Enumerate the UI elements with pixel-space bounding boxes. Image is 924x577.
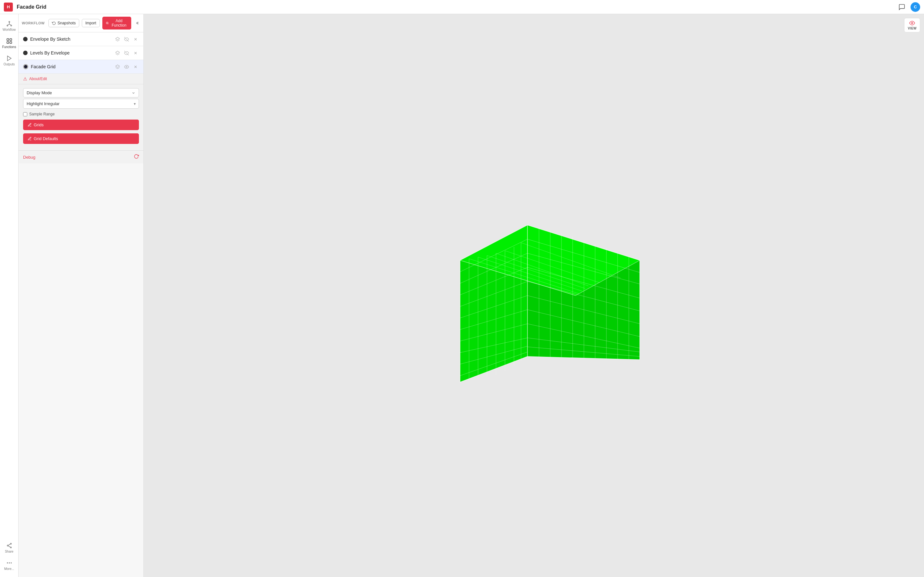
- function-row-levels-by-envelope[interactable]: Levels By Envelope: [19, 46, 144, 60]
- left-nav: Workflow Functions Outputs Share: [0, 14, 19, 577]
- function-list: Envelope By Sketch: [19, 32, 144, 577]
- refresh-icon: [134, 154, 139, 159]
- user-avatar[interactable]: C: [911, 2, 920, 12]
- sidebar-item-share[interactable]: Share: [1, 540, 17, 556]
- fn-status-circle: [23, 64, 28, 69]
- eye-off-icon: [124, 51, 129, 55]
- close-icon: [134, 51, 137, 55]
- svg-line-14: [8, 544, 10, 545]
- close-icon: [134, 37, 137, 41]
- fn-close-button[interactable]: [132, 63, 139, 70]
- svg-point-18: [11, 562, 11, 563]
- svg-line-15: [8, 546, 10, 547]
- svg-rect-9: [10, 42, 11, 44]
- detail-panel: ⚠ About/Edit Display Mode H: [19, 74, 144, 163]
- collapse-icon: [135, 21, 139, 25]
- pencil-icon: [27, 123, 32, 127]
- import-button[interactable]: Import: [82, 19, 100, 27]
- header-icons: C: [897, 2, 920, 12]
- sidebar-functions-label: Functions: [2, 45, 16, 49]
- fn-layers-button[interactable]: [114, 63, 121, 70]
- svg-point-12: [7, 545, 8, 546]
- display-mode-label: Display Mode: [27, 90, 52, 95]
- sample-range-checkbox[interactable]: [23, 112, 27, 116]
- sidebar-item-more[interactable]: More...: [1, 557, 17, 573]
- fn-layers-button[interactable]: [114, 35, 121, 43]
- svg-rect-7: [10, 39, 11, 41]
- sidebar-item-workflow[interactable]: Workflow: [1, 18, 17, 34]
- svg-point-17: [9, 562, 10, 563]
- add-function-button[interactable]: Add Function: [102, 17, 131, 29]
- chat-button[interactable]: [897, 2, 907, 12]
- svg-point-11: [10, 543, 11, 544]
- view-label: VIEW: [908, 27, 917, 30]
- grids-button[interactable]: Grids: [23, 119, 139, 130]
- sidebar-item-functions[interactable]: Functions: [1, 35, 17, 51]
- refresh-button[interactable]: [134, 154, 139, 160]
- fn-eye-button[interactable]: [123, 63, 130, 70]
- page-title: Facade Grid: [17, 4, 893, 10]
- warning-icon: ⚠: [23, 76, 27, 81]
- svg-point-0: [9, 21, 10, 23]
- sidebar-outputs-label: Outputs: [3, 63, 15, 66]
- fn-title: Levels By Envelope: [30, 50, 111, 55]
- svg-line-4: [7, 24, 9, 25]
- sample-range-label: Sample Range: [29, 112, 55, 116]
- svg-line-20: [108, 24, 108, 24]
- pencil-icon: [27, 137, 32, 141]
- grid-defaults-button[interactable]: Grid Defaults: [23, 133, 139, 144]
- svg-point-13: [10, 547, 11, 548]
- debug-link[interactable]: Debug: [23, 155, 35, 160]
- detail-body: Display Mode Highlight Irregular Normal …: [19, 84, 144, 148]
- add-icon: [106, 21, 109, 25]
- sample-range-row: Sample Range: [23, 112, 139, 116]
- top-header: H Facade Grid C: [0, 0, 924, 14]
- debug-row: Debug: [19, 150, 144, 163]
- main-layout: Workflow Functions Outputs Share: [0, 14, 924, 577]
- fn-layers-button[interactable]: [114, 49, 121, 56]
- svg-rect-6: [7, 39, 9, 41]
- eye-icon: [909, 20, 915, 26]
- view-button[interactable]: VIEW: [904, 18, 920, 32]
- fn-title: Facade Grid: [31, 64, 111, 69]
- fn-title: Envelope By Sketch: [30, 37, 111, 42]
- sidebar-workflow-label: Workflow: [3, 28, 16, 31]
- app-logo: H: [4, 3, 13, 11]
- fn-visibility-button[interactable]: [123, 49, 130, 56]
- workflow-panel: WORKFLOW Snapshots Import Add Function: [19, 14, 144, 577]
- layers-icon: [115, 64, 120, 69]
- fn-close-button[interactable]: [132, 35, 139, 43]
- sidebar-item-outputs[interactable]: Outputs: [1, 53, 17, 69]
- layers-icon: [115, 37, 120, 42]
- snapshots-button[interactable]: Snapshots: [48, 19, 79, 27]
- close-icon: [134, 65, 137, 69]
- svg-point-32: [126, 66, 127, 67]
- fn-close-button[interactable]: [132, 49, 139, 56]
- display-mode-select-wrapper: Highlight Irregular Normal Color By Valu…: [23, 99, 139, 109]
- svg-marker-23: [115, 37, 120, 40]
- svg-point-16: [7, 562, 8, 563]
- fn-row-icons: [114, 35, 139, 43]
- viewport: VIEW: [144, 14, 924, 577]
- collapse-button[interactable]: [134, 19, 140, 27]
- function-row-facade-grid[interactable]: Facade Grid: [19, 60, 144, 74]
- svg-line-5: [9, 24, 11, 25]
- display-mode-select[interactable]: Highlight Irregular Normal Color By Valu…: [23, 99, 139, 109]
- svg-marker-10: [7, 56, 11, 61]
- display-mode-selector[interactable]: Display Mode: [23, 88, 139, 97]
- display-mode-field: Display Mode Highlight Irregular Normal …: [23, 88, 139, 109]
- 3d-model: [422, 203, 646, 388]
- fn-row-icons: [114, 49, 139, 56]
- fn-status-circle: [23, 51, 27, 55]
- svg-point-88: [911, 23, 913, 24]
- fn-visibility-button[interactable]: [123, 35, 130, 43]
- svg-marker-27: [115, 51, 120, 53]
- chevron-down-icon: [132, 91, 136, 95]
- sidebar-more-label: More...: [4, 567, 14, 571]
- sidebar-share-label: Share: [5, 550, 13, 553]
- function-row-envelope-by-sketch[interactable]: Envelope By Sketch: [19, 32, 144, 46]
- layers-icon: [115, 51, 120, 55]
- about-edit-link[interactable]: About/Edit: [29, 77, 47, 81]
- svg-marker-31: [115, 65, 120, 67]
- fn-status-circle: [23, 37, 27, 41]
